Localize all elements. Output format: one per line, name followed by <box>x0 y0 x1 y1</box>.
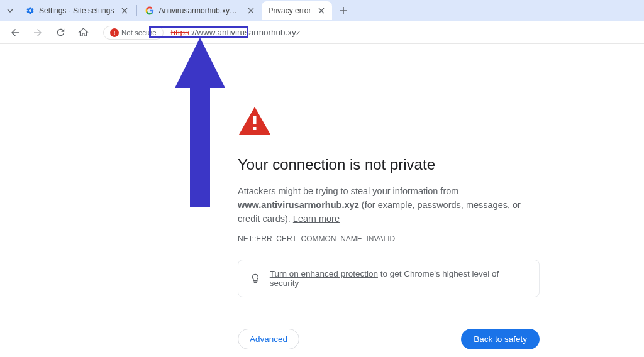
tab-privacy-error[interactable]: Privacy error <box>262 1 332 20</box>
tab-separator <box>136 5 137 16</box>
close-icon[interactable] <box>317 6 326 15</box>
tab-search-dropdown[interactable] <box>4 4 16 17</box>
home-button[interactable] <box>74 24 92 41</box>
address-bar[interactable]: ! Not secure https://www.antivirusarmorh… <box>97 24 638 41</box>
button-row: Advanced Back to safety <box>238 329 540 349</box>
forward-button[interactable] <box>29 24 47 41</box>
enhanced-protection-tip: Turn on enhanced protection to get Chrom… <box>238 260 540 297</box>
warning-triangle-icon <box>239 107 270 135</box>
url-rest: ://www.antivirusarmorhub.xyz <box>190 28 301 37</box>
svg-rect-2 <box>253 116 257 124</box>
back-to-safety-button[interactable]: Back to safety <box>461 329 540 349</box>
back-button[interactable] <box>6 24 24 41</box>
tab-title: Settings - Site settings <box>39 6 114 15</box>
url-protocol: https <box>171 28 189 37</box>
error-domain: www.antivirusarmorhub.xyz <box>238 200 359 210</box>
tab-bar: Settings - Site settings Antivirusarmorh… <box>0 0 644 21</box>
enhanced-protection-link[interactable]: Turn on enhanced protection <box>270 269 378 278</box>
close-icon[interactable] <box>247 6 255 15</box>
danger-icon: ! <box>110 28 119 37</box>
error-code: NET::ERR_CERT_COMMON_NAME_INVALID <box>238 234 581 243</box>
settings-icon <box>25 6 35 16</box>
tab-title: Privacy error <box>268 6 311 15</box>
error-page-content: Your connection is not private Attackers… <box>0 44 644 357</box>
security-chip[interactable]: ! Not secure <box>103 26 164 40</box>
new-tab-button[interactable] <box>335 2 352 19</box>
error-body: Attackers might be trying to steal your … <box>238 185 540 226</box>
close-icon[interactable] <box>120 6 129 15</box>
learn-more-link[interactable]: Learn more <box>293 214 340 224</box>
tab-settings[interactable]: Settings - Site settings <box>19 1 135 20</box>
advanced-button[interactable]: Advanced <box>238 329 299 349</box>
google-icon <box>145 6 155 16</box>
tab-title: Antivirusarmorhub.xyz - Google <box>158 6 240 15</box>
tip-text: Turn on enhanced protection to get Chrom… <box>270 269 528 288</box>
svg-rect-3 <box>253 127 257 130</box>
reload-button[interactable] <box>52 24 69 41</box>
url-display: https://www.antivirusarmorhub.xyz <box>171 28 301 37</box>
lightbulb-icon <box>250 273 261 284</box>
error-heading: Your connection is not private <box>238 156 581 173</box>
tab-google-search[interactable]: Antivirusarmorhub.xyz - Google <box>138 1 262 20</box>
toolbar: ! Not secure https://www.antivirusarmorh… <box>0 21 644 44</box>
not-secure-label: Not secure <box>121 29 157 36</box>
